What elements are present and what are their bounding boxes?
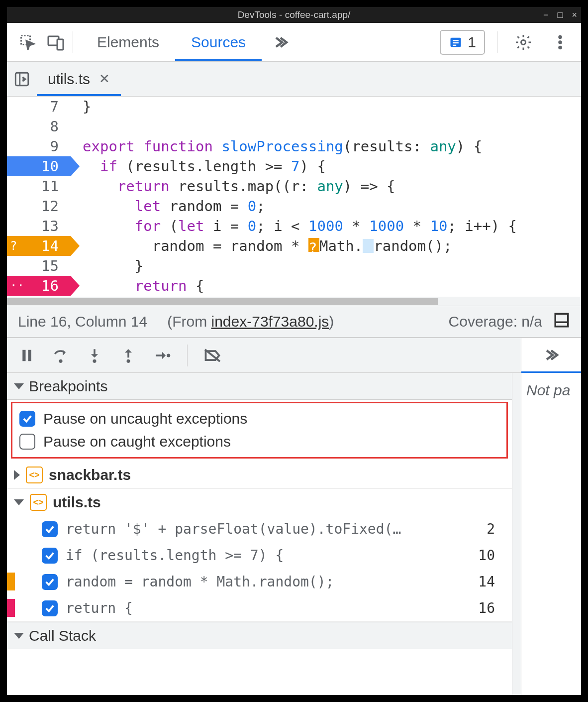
line-number[interactable]: 10: [7, 156, 71, 176]
file-name: utils.ts: [53, 494, 101, 511]
checkbox-unchecked-icon[interactable]: [19, 434, 35, 450]
maximize-icon[interactable]: □: [558, 10, 563, 20]
code-line[interactable]: if (results.length >= 7) {: [83, 156, 581, 176]
pause-exceptions-group: Pause on uncaught exceptions Pause on ca…: [11, 402, 508, 459]
line-number[interactable]: 12: [7, 196, 71, 216]
breakpoint-code: random = random * Math.random();: [66, 574, 334, 590]
vertical-scrollbar[interactable]: [512, 373, 521, 695]
tab-sources[interactable]: Sources: [175, 23, 262, 61]
svg-rect-10: [555, 314, 568, 327]
code-line[interactable]: return {: [83, 276, 581, 296]
issue-count: 1: [468, 34, 476, 51]
breakpoint-line-number: 16: [478, 600, 505, 616]
svg-point-7: [558, 45, 562, 49]
watch-status: Not pa: [521, 373, 581, 408]
step-out-icon[interactable]: [117, 345, 139, 366]
breakpoint-line-number: 2: [487, 521, 505, 537]
line-number[interactable]: 15: [7, 256, 71, 276]
coverage-status: Coverage: n/a: [449, 313, 542, 330]
svg-point-20: [167, 353, 170, 357]
callstack-header[interactable]: Call Stack: [7, 622, 512, 649]
debug-toolbar: [7, 338, 521, 373]
line-number[interactable]: 8: [7, 117, 71, 136]
step-over-icon[interactable]: [50, 345, 72, 366]
code-line[interactable]: }: [83, 97, 581, 117]
gear-icon[interactable]: [509, 28, 537, 56]
deactivate-breakpoints-icon[interactable]: [201, 345, 223, 366]
pause-icon[interactable]: [16, 345, 38, 366]
svg-point-16: [93, 359, 96, 362]
line-number[interactable]: 11: [7, 176, 71, 196]
breakpoints-header[interactable]: Breakpoints: [7, 373, 512, 400]
sourcemap-link[interactable]: index-73f73a80.js: [211, 313, 329, 330]
breakpoint-item[interactable]: if (results.length >= 7) {10: [7, 542, 512, 569]
breakpoint-item[interactable]: random = random * Math.random();14: [7, 569, 512, 595]
checkbox-icon[interactable]: [42, 600, 58, 616]
code-line[interactable]: }: [83, 256, 581, 276]
inspect-icon[interactable]: [14, 28, 42, 56]
code-editor[interactable]: 78910111213?1415··16 }export function sl…: [7, 97, 581, 297]
line-number[interactable]: 7: [7, 97, 71, 117]
svg-rect-12: [22, 350, 25, 361]
tab-elements[interactable]: Elements: [81, 23, 175, 61]
svg-point-6: [558, 40, 562, 44]
checkbox-icon[interactable]: [42, 574, 58, 590]
code-line[interactable]: return results.map((r: any) => {: [83, 176, 581, 196]
file-name: snackbar.ts: [49, 467, 131, 483]
chevron-down-icon: [14, 633, 24, 639]
checkbox-icon[interactable]: [42, 521, 58, 537]
step-icon[interactable]: [151, 345, 173, 366]
svg-point-5: [558, 35, 562, 39]
minimize-icon[interactable]: −: [543, 10, 549, 20]
step-into-icon[interactable]: [84, 345, 105, 366]
code-line[interactable]: for (let i = 0; i < 1000 * 1000 * 10; i+…: [83, 216, 581, 236]
file-tab-utils[interactable]: utils.ts ✕: [37, 62, 121, 96]
chevron-down-icon: [14, 383, 24, 389]
device-icon[interactable]: [42, 28, 70, 56]
svg-point-18: [126, 359, 130, 362]
breakpoint-marker-icon: [7, 599, 15, 617]
main-toolbar: Elements Sources 1: [7, 23, 581, 62]
pause-uncaught-option[interactable]: Pause on uncaught exceptions: [17, 407, 501, 430]
close-icon[interactable]: ×: [572, 10, 577, 20]
code-line[interactable]: [83, 117, 581, 136]
checkbox-icon[interactable]: [42, 548, 58, 564]
chevron-down-icon: [14, 499, 24, 505]
breakpoint-code: return '$' + parseFloat(value).toFixed(…: [66, 521, 401, 537]
window-titlebar: DevTools - coffee-cart.app/ − □ ×: [7, 7, 581, 23]
code-line[interactable]: export function slowProcessing(results: …: [83, 136, 581, 156]
svg-rect-2: [57, 39, 63, 50]
checkbox-checked-icon[interactable]: [19, 411, 35, 427]
breakpoint-item[interactable]: return {16: [7, 595, 512, 621]
issue-icon: [449, 35, 463, 49]
svg-point-4: [521, 40, 526, 44]
code-line[interactable]: let random = 0;: [83, 196, 581, 216]
breakpoint-marker-icon: [7, 573, 15, 590]
breakpoint-item[interactable]: return '$' + parseFloat(value).toFixed(……: [7, 516, 512, 542]
issues-badge[interactable]: 1: [440, 30, 485, 55]
panes-overflow-icon[interactable]: [521, 338, 581, 373]
code-line[interactable]: random = random * ?Math.random();: [83, 236, 581, 256]
line-number[interactable]: 13: [7, 216, 71, 236]
breakpoint-file-group[interactable]: <>utils.ts: [7, 489, 512, 516]
breakpoint-file-group[interactable]: <>snackbar.ts: [7, 462, 512, 488]
file-tab-label: utils.ts: [48, 71, 90, 88]
pause-caught-option[interactable]: Pause on caught exceptions: [17, 430, 501, 453]
line-number[interactable]: 9: [7, 136, 71, 156]
navigator-toggle-icon[interactable]: [7, 71, 37, 88]
chevron-right-icon: [14, 470, 20, 480]
show-drawer-icon[interactable]: [553, 312, 570, 332]
file-tab-bar: utils.ts ✕: [7, 62, 581, 97]
line-number[interactable]: ?14: [7, 236, 71, 256]
close-tab-icon[interactable]: ✕: [99, 71, 110, 87]
tabs-overflow-icon[interactable]: [262, 23, 299, 61]
more-icon[interactable]: [546, 28, 574, 56]
editor-status-bar: Line 16, Column 14 (From index-73f73a80.…: [7, 306, 581, 338]
breakpoint-line-number: 10: [478, 547, 505, 564]
breakpoint-code: if (results.length >= 7) {: [66, 547, 284, 564]
breakpoint-code: return {: [66, 600, 133, 616]
horizontal-scrollbar[interactable]: [7, 297, 581, 306]
line-number[interactable]: ··16: [7, 276, 71, 296]
breakpoint-line-number: 14: [478, 574, 505, 590]
window-title: DevTools - coffee-cart.app/: [238, 9, 351, 20]
